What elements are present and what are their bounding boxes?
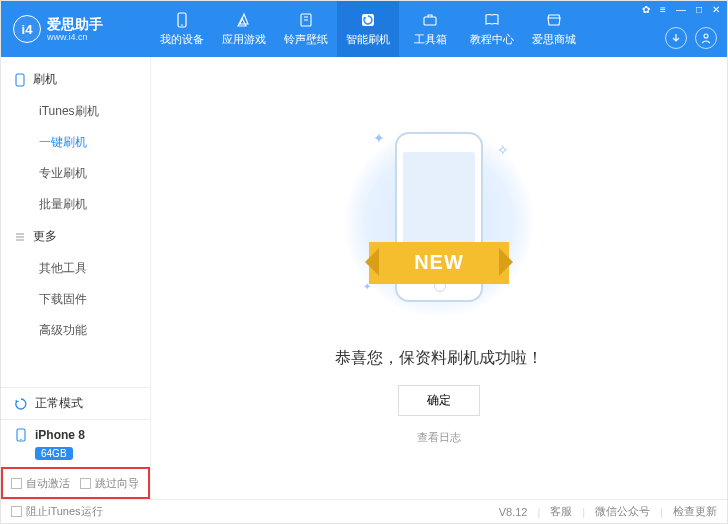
- app-window: i4 爱思助手 www.i4.cn 我的设备 应用游戏: [0, 0, 728, 524]
- book-icon: [483, 11, 501, 29]
- block-itunes-checkbox[interactable]: 阻止iTunes运行: [11, 504, 103, 519]
- body: 刷机 iTunes刷机 一键刷机 专业刷机 批量刷机 更多 其他工具 下载固件 …: [1, 57, 727, 499]
- support-link[interactable]: 客服: [550, 504, 572, 519]
- confirm-button[interactable]: 确定: [398, 385, 480, 416]
- nav-label: 工具箱: [414, 32, 447, 47]
- svg-rect-4: [424, 17, 436, 25]
- separator: |: [660, 506, 663, 518]
- nav-toolbox[interactable]: 工具箱: [399, 1, 461, 57]
- success-message: 恭喜您，保资料刷机成功啦！: [335, 348, 543, 369]
- brand-text: 爱思助手 www.i4.cn: [47, 17, 103, 42]
- checkbox-icon: [80, 478, 91, 489]
- phone-small-icon: [13, 427, 29, 443]
- nav-flash[interactable]: 智能刷机: [337, 1, 399, 57]
- auto-activate-label: 自动激活: [26, 476, 70, 491]
- svg-point-1: [181, 24, 183, 26]
- mode-row[interactable]: 正常模式: [1, 387, 150, 419]
- mode-label: 正常模式: [35, 395, 83, 412]
- nav-shop[interactable]: 爱思商城: [523, 1, 585, 57]
- menu-icon[interactable]: ≡: [657, 3, 669, 16]
- user-icon[interactable]: [695, 27, 717, 49]
- close-button[interactable]: ✕: [709, 3, 723, 16]
- nav-label: 应用游戏: [222, 32, 266, 47]
- version-label: V8.12: [499, 506, 528, 518]
- skip-guide-label: 跳过向导: [95, 476, 139, 491]
- sidebar-item-itunes-flash[interactable]: iTunes刷机: [1, 96, 150, 127]
- flash-icon: [359, 11, 377, 29]
- settings-icon[interactable]: ✿: [639, 3, 653, 16]
- view-log-link[interactable]: 查看日志: [417, 430, 461, 445]
- top-header: i4 爱思助手 www.i4.cn 我的设备 应用游戏: [1, 1, 727, 57]
- sparkle-icon: ✧: [497, 142, 509, 158]
- sidebar-group-flash[interactable]: 刷机: [1, 63, 150, 96]
- separator: |: [582, 506, 585, 518]
- list-icon: [13, 230, 27, 244]
- status-bar: 阻止iTunes运行 V8.12 | 客服 | 微信公众号 | 检查更新: [1, 499, 727, 523]
- header-right-buttons: [665, 27, 717, 49]
- nav-label: 我的设备: [160, 32, 204, 47]
- sidebar-item-advanced[interactable]: 高级功能: [1, 315, 150, 346]
- group-title: 更多: [33, 228, 57, 245]
- ribbon-text: NEW: [414, 251, 464, 274]
- brand-title: 爱思助手: [47, 17, 103, 31]
- skip-guide-checkbox[interactable]: 跳过向导: [80, 476, 139, 491]
- sidebar-item-batch-flash[interactable]: 批量刷机: [1, 189, 150, 220]
- storage-badge: 64GB: [35, 447, 73, 460]
- music-icon: [297, 11, 315, 29]
- sidebar-item-pro-flash[interactable]: 专业刷机: [1, 158, 150, 189]
- svg-rect-6: [16, 74, 24, 86]
- check-update-link[interactable]: 检查更新: [673, 504, 717, 519]
- checkbox-icon: [11, 478, 22, 489]
- sparkle-icon: ✦: [373, 130, 385, 146]
- wechat-link[interactable]: 微信公众号: [595, 504, 650, 519]
- sidebar-group-more[interactable]: 更多: [1, 220, 150, 253]
- nav-apps[interactable]: 应用游戏: [213, 1, 275, 57]
- group-title: 刷机: [33, 71, 57, 88]
- logo-icon: i4: [13, 15, 41, 43]
- checkbox-icon: [11, 506, 22, 517]
- device-row[interactable]: iPhone 8 64GB: [1, 419, 150, 467]
- svg-point-5: [704, 34, 708, 38]
- refresh-icon: [13, 396, 29, 412]
- auto-activate-checkbox[interactable]: 自动激活: [11, 476, 70, 491]
- download-icon[interactable]: [665, 27, 687, 49]
- sidebar-item-other-tools[interactable]: 其他工具: [1, 253, 150, 284]
- nav-tutorials[interactable]: 教程中心: [461, 1, 523, 57]
- maximize-button[interactable]: □: [693, 3, 705, 16]
- sidebar-bottom: 正常模式 iPhone 8 64GB 自动激活: [1, 387, 150, 499]
- sidebar-item-oneclick-flash[interactable]: 一键刷机: [1, 127, 150, 158]
- nav-my-device[interactable]: 我的设备: [151, 1, 213, 57]
- new-ribbon: NEW: [369, 242, 509, 284]
- logo-area: i4 爱思助手 www.i4.cn: [1, 15, 151, 43]
- nav-ringtones[interactable]: 铃声壁纸: [275, 1, 337, 57]
- main-content: ✦ ✧ ✦ NEW 恭喜您，保资料刷机成功啦！ 确定 查看日志: [151, 57, 727, 499]
- svg-point-8: [20, 439, 21, 440]
- phone-icon: [173, 11, 191, 29]
- window-controls: ✿ ≡ — □ ✕: [639, 3, 723, 16]
- nav-label: 铃声壁纸: [284, 32, 328, 47]
- apps-icon: [235, 11, 253, 29]
- minimize-button[interactable]: —: [673, 3, 689, 16]
- device-name: iPhone 8: [35, 428, 85, 442]
- sidebar: 刷机 iTunes刷机 一键刷机 专业刷机 批量刷机 更多 其他工具 下载固件 …: [1, 57, 151, 499]
- sidebar-item-download-firmware[interactable]: 下载固件: [1, 284, 150, 315]
- sidebar-list: 刷机 iTunes刷机 一键刷机 专业刷机 批量刷机 更多 其他工具 下载固件 …: [1, 57, 150, 387]
- nav-label: 爱思商城: [532, 32, 576, 47]
- nav-label: 教程中心: [470, 32, 514, 47]
- nav-label: 智能刷机: [346, 32, 390, 47]
- device-icon: [13, 73, 27, 87]
- block-itunes-label: 阻止iTunes运行: [26, 504, 103, 519]
- options-row: 自动激活 跳过向导: [1, 467, 150, 499]
- brand-url: www.i4.cn: [47, 33, 103, 42]
- success-illustration: ✦ ✧ ✦ NEW: [339, 112, 539, 332]
- separator: |: [537, 506, 540, 518]
- shop-icon: [545, 11, 563, 29]
- toolbox-icon: [421, 11, 439, 29]
